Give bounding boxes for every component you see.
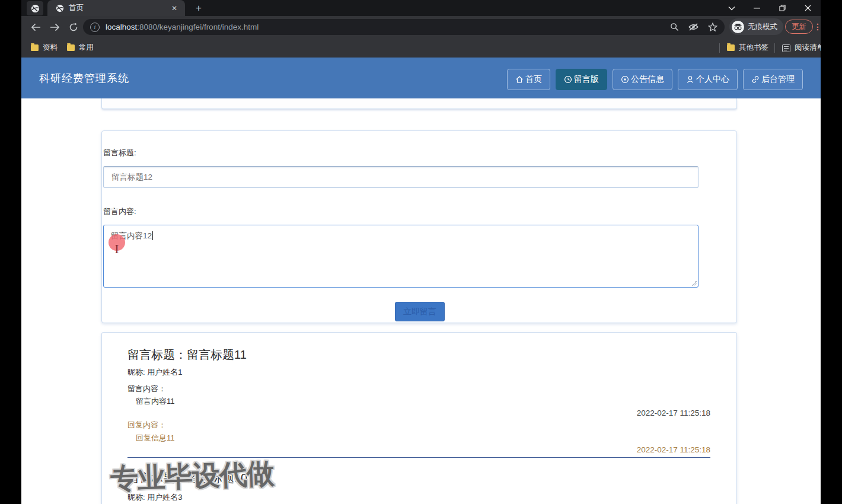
- browser-tab[interactable]: 首页 ✕: [47, 0, 185, 16]
- message-divider: [127, 457, 710, 458]
- folder-icon: [727, 44, 735, 51]
- nav-home-button[interactable]: 首页: [507, 69, 550, 90]
- message-nickname: 昵称: 用户姓名1: [127, 367, 182, 378]
- incognito-icon: [732, 21, 744, 33]
- other-bookmarks-button[interactable]: 其他书签: [727, 43, 768, 53]
- update-button[interactable]: 更新: [785, 20, 813, 34]
- message-title: 留言标题：留言标题11: [127, 347, 247, 363]
- bookmark-label: 资料: [43, 43, 58, 53]
- message-title-input[interactable]: [103, 166, 699, 188]
- url-bar[interactable]: i localhost:8080/keyanjingfei/front/inde…: [83, 19, 725, 35]
- bookmark-label: 常用: [79, 43, 94, 53]
- reply-content: 回复信息11: [136, 433, 175, 444]
- tab-title: 首页: [69, 3, 170, 13]
- url-path: :8080/keyanjingfei/front/index.html: [137, 23, 259, 31]
- tab-strip: 首页 ✕ +: [21, 0, 821, 16]
- message-icon: [564, 75, 572, 84]
- reply-timestamp: 2022-02-17 11:25:18: [637, 445, 710, 454]
- folder-icon: [31, 44, 39, 51]
- minimize-button[interactable]: [744, 0, 770, 16]
- eye-off-icon[interactable]: [688, 23, 699, 31]
- message-title: 留言标题：留言标题10: [127, 470, 247, 486]
- ibeam-cursor-icon: I: [115, 244, 119, 255]
- message-content-label: 留言内容:: [103, 206, 136, 217]
- reply-label: 回复内容：: [127, 420, 166, 430]
- reading-list-button[interactable]: 阅读清单: [782, 43, 821, 53]
- tab-search-chevron-icon[interactable]: [719, 0, 744, 16]
- nav-announcements-button[interactable]: 公告信息: [613, 69, 672, 90]
- browser-window: 首页 ✕ + i localhost:8080/keyanjingfei/fro…: [21, 0, 821, 504]
- divider: [774, 43, 775, 53]
- screen: 首页 ✕ + i localhost:8080/keyanjingfei/fro…: [0, 0, 842, 504]
- bookmark-star-icon[interactable]: [708, 23, 717, 31]
- bookmarks-right: 其他书签 阅读清单: [713, 38, 821, 58]
- nav-profile-button[interactable]: 个人中心: [678, 69, 738, 90]
- site-nav-buttons: 首页 留言版 公告信息 个人中心 后台管理: [507, 69, 803, 90]
- bookmark-folder-ziliao[interactable]: 资料: [31, 43, 58, 53]
- nav-admin-button[interactable]: 后台管理: [743, 69, 803, 90]
- new-tab-button[interactable]: +: [192, 2, 205, 15]
- nav-label: 个人中心: [696, 74, 729, 85]
- divider: [719, 43, 720, 53]
- folder-icon: [67, 44, 75, 51]
- message-timestamp: 2022-02-17 11:25:18: [637, 409, 710, 417]
- previous-card-bottom: [101, 98, 737, 109]
- incognito-badge: 无痕模式: [729, 18, 783, 35]
- message-content-textarea[interactable]: 留言内容12: [103, 225, 699, 288]
- reading-list-icon: [782, 44, 790, 52]
- message-form-card: 留言标题: 留言内容: 留言内容12 立即留言: [101, 130, 737, 323]
- back-button[interactable]: [28, 20, 43, 34]
- browser-toolbar: i localhost:8080/keyanjingfei/front/inde…: [21, 16, 821, 38]
- bookmark-folder-changyong[interactable]: 常用: [67, 43, 94, 53]
- submit-message-button[interactable]: 立即留言: [395, 302, 445, 321]
- message-list-card: 留言标题：留言标题11 昵称: 用户姓名1 留言内容： 留言内容11 2022-…: [101, 332, 737, 504]
- forward-button[interactable]: [47, 20, 62, 34]
- mouse-cursor-highlight: I: [109, 234, 125, 251]
- window-app-icon: [27, 1, 43, 15]
- reload-button[interactable]: [66, 20, 81, 34]
- nav-label: 公告信息: [631, 74, 664, 85]
- message-content-label: 留言内容：: [127, 384, 166, 394]
- zoom-search-icon[interactable]: [670, 23, 679, 31]
- tab-favicon-globe-icon: [56, 4, 64, 12]
- window-controls: [719, 0, 821, 16]
- urlbar-actions: [670, 23, 717, 31]
- nav-label: 首页: [525, 74, 542, 85]
- text-caret: [152, 231, 153, 240]
- other-bookmarks-label: 其他书签: [739, 43, 768, 53]
- nav-label: 后台管理: [761, 74, 795, 85]
- resize-handle[interactable]: [691, 280, 697, 286]
- nav-messageboard-button[interactable]: 留言版: [556, 69, 607, 90]
- message-nickname: 昵称: 用户姓名3: [127, 492, 182, 503]
- home-icon: [515, 75, 524, 84]
- site-navbar: 科研经费管理系统 首页 留言版 公告信息 个人中心: [21, 58, 821, 98]
- reading-list-label: 阅读清单: [795, 43, 821, 53]
- bookmarks-bar: 资料 常用 其他书签 阅读清单: [21, 38, 821, 58]
- incognito-label: 无痕模式: [748, 22, 777, 32]
- restore-button[interactable]: [770, 0, 795, 16]
- browser-menu-icon[interactable]: ⋮: [814, 20, 821, 34]
- nav-label: 留言版: [574, 74, 599, 85]
- site-title: 科研经费管理系统: [39, 71, 129, 85]
- link-icon: [751, 75, 760, 84]
- announcement-icon: [621, 75, 629, 84]
- tab-close-icon[interactable]: ✕: [170, 4, 179, 12]
- user-icon: [686, 75, 694, 84]
- site-info-icon[interactable]: i: [90, 23, 100, 32]
- message-title-label: 留言标题:: [103, 148, 136, 158]
- globe-icon: [31, 4, 40, 13]
- close-window-button[interactable]: [795, 0, 821, 16]
- message-content: 留言内容11: [136, 396, 175, 407]
- url-host: localhost: [106, 23, 137, 31]
- url-text: localhost:8080/keyanjingfei/front/index.…: [106, 23, 670, 31]
